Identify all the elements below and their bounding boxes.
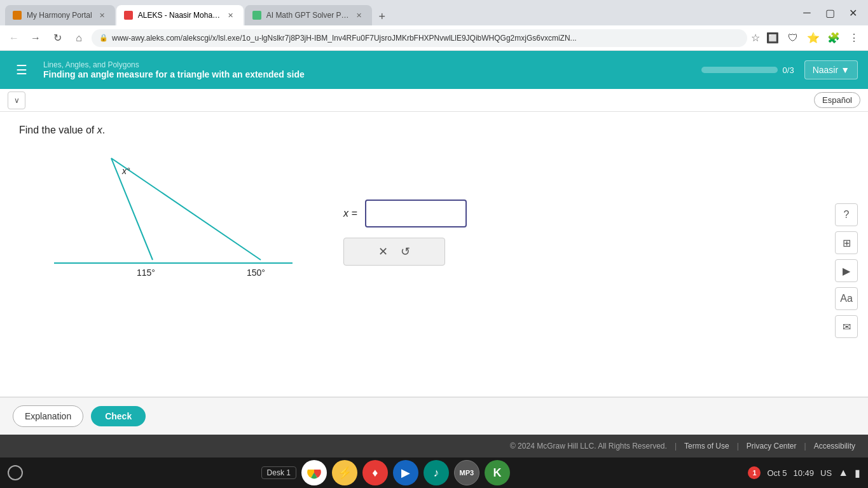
maximize-button[interactable]: ▢ [820, 3, 840, 23]
teal-app-button[interactable]: ♪ [424, 460, 449, 485]
tab-harmony-close[interactable]: ✕ [97, 10, 107, 20]
progress-container: 0/3 [701, 65, 794, 75]
topic-title: Finding an angle measure for a triangle … [43, 69, 305, 79]
header-right: 0/3 Naasir ▼ [701, 60, 858, 79]
security-icon: 🔒 [99, 34, 108, 42]
taskbar: Desk 1 ⚡ ♦ ▶ [0, 458, 868, 488]
music-app-button[interactable]: MP3 [454, 460, 479, 485]
video-tool-button[interactable]: ▶ [835, 259, 858, 282]
question-period: . [102, 125, 105, 135]
check-button[interactable]: Check [91, 406, 146, 426]
aleks-favicon [124, 11, 133, 20]
url-bar[interactable]: 🔒 www-awy.aleks.com/alekscgi/x/lsl.exe/1… [92, 29, 747, 47]
extension-icon-3[interactable]: ⭐ [804, 29, 822, 47]
tab-aleks-label: ALEKS - Naasir Mohamed - Lea... [138, 11, 221, 20]
action-buttons: ✕ ↺ [343, 238, 445, 266]
svg-line-1 [111, 158, 153, 260]
video-icon: ▶ [843, 265, 850, 277]
new-tab-button[interactable]: + [373, 8, 391, 25]
taskbar-time: 10:49 [794, 468, 815, 478]
bookmark-icon[interactable]: ☆ [751, 32, 760, 44]
svg-line-2 [111, 158, 261, 260]
aleks-app: ☰ Lines, Angles, and Polygons Finding an… [0, 51, 868, 458]
tab-bar: My Harmony Portal ✕ ALEKS - Naasir Moham… [0, 0, 868, 25]
home-button[interactable]: ⌂ [70, 29, 88, 47]
reset-button[interactable]: ↺ [401, 245, 410, 259]
espanol-button[interactable]: Español [814, 92, 860, 108]
aleks-header: ☰ Lines, Angles, and Polygons Finding an… [0, 51, 868, 89]
mail-tool-button[interactable]: ✉ [835, 315, 858, 338]
teal-app-icon: ♪ [433, 466, 439, 480]
extension-icon-1[interactable]: 🔲 [764, 29, 782, 47]
browser-menu-icon[interactable]: ⋮ [845, 29, 863, 47]
question-variable: x [97, 125, 102, 135]
taskbar-locale: US [820, 468, 832, 478]
red-app-button[interactable]: ♦ [362, 460, 388, 485]
copyright-text: © 2024 McGraw Hill LLC. All Rights Reser… [510, 442, 667, 451]
back-button[interactable]: ← [5, 29, 23, 47]
toolbar-icons: 🔲 🛡 ⭐ 🧩 ⋮ [764, 29, 863, 47]
calculator-icon: ⊞ [843, 237, 851, 249]
tab-harmony-label: My Harmony Portal [27, 11, 92, 20]
answer-row: x = [343, 200, 467, 227]
blue-app-button[interactable]: ▶ [393, 460, 418, 485]
tab-ai-close[interactable]: ✕ [354, 10, 364, 20]
accessibility-link[interactable]: Accessibility [814, 442, 855, 451]
terms-link[interactable]: Terms of Use [684, 442, 729, 451]
user-menu-button[interactable]: Naasir ▼ [804, 60, 858, 79]
text-size-icon: Aa [840, 293, 853, 304]
tab-ai[interactable]: AI Math GPT Solver Powered b... ✕ [245, 5, 372, 25]
user-name: Naasir [813, 65, 838, 75]
angle2-label: 150° [247, 268, 265, 278]
mail-icon: ✉ [843, 321, 851, 333]
collapse-button[interactable]: ∨ [8, 92, 25, 109]
taskbar-right: 1 Oct 5 10:49 US ▲ ▮ [748, 466, 860, 479]
battery-icon: ▮ [855, 467, 860, 479]
triangle-diagram: x° 115° 150° [19, 149, 293, 288]
privacy-link[interactable]: Privacy Center [747, 442, 797, 451]
taskbar-circle-button[interactable] [8, 465, 23, 480]
tab-ai-label: AI Math GPT Solver Powered b... [266, 11, 349, 20]
angle1-label: 115° [137, 268, 155, 278]
blue-app-icon: ▶ [401, 466, 410, 480]
close-button[interactable]: ✕ [843, 3, 863, 23]
sep2: | [737, 442, 739, 451]
tab-harmony[interactable]: My Harmony Portal ✕ [5, 5, 115, 25]
answer-input[interactable] [365, 200, 467, 227]
chevron-down-icon: ∨ [14, 96, 20, 105]
header-topic: Lines, Angles, and Polygons Finding an a… [43, 60, 305, 79]
user-chevron-icon: ▼ [841, 65, 850, 75]
content-area: ∨ Español Find the value of x. [0, 89, 868, 396]
menu-button[interactable]: ☰ [10, 58, 33, 81]
topic-subtitle: Lines, Angles, and Polygons [43, 60, 305, 69]
calculator-tool-button[interactable]: ⊞ [835, 231, 858, 254]
clear-button[interactable]: ✕ [378, 245, 388, 259]
tab-aleks-close[interactable]: ✕ [226, 10, 236, 20]
text-size-tool-button[interactable]: Aa [835, 287, 858, 310]
explanation-button[interactable]: Explanation [13, 405, 83, 427]
mp3-icon: MP3 [460, 469, 474, 477]
desk-label[interactable]: Desk 1 [261, 466, 296, 479]
reload-button[interactable]: ↻ [48, 29, 66, 47]
question-area: Find the value of x. [0, 112, 868, 396]
question-text: Find the value of x. [19, 125, 849, 136]
yellow-app-button[interactable]: ⚡ [332, 460, 357, 485]
url-text: www-awy.aleks.com/alekscgi/x/lsl.exe/1o_… [112, 34, 577, 43]
question-prefix: Find the value of [19, 125, 97, 135]
extension-icon-4[interactable]: 🧩 [825, 29, 843, 47]
tab-aleks[interactable]: ALEKS - Naasir Mohamed - Lea... ✕ [116, 5, 244, 25]
minimize-button[interactable]: ─ [797, 3, 817, 23]
forward-button[interactable]: → [27, 29, 45, 47]
chrome-app-button[interactable] [301, 460, 327, 485]
k-app-button[interactable]: K [485, 460, 510, 485]
side-tools: ? ⊞ ▶ Aa ✉ [835, 203, 858, 338]
help-tool-button[interactable]: ? [835, 203, 858, 226]
taskbar-apps: Desk 1 ⚡ ♦ ▶ [28, 460, 743, 485]
browser-frame: My Harmony Portal ✕ ALEKS - Naasir Moham… [0, 0, 868, 488]
notification-badge: 1 [748, 466, 761, 479]
input-section: x = ✕ ↺ [343, 200, 467, 266]
collapse-row: ∨ Español [0, 89, 868, 112]
help-icon: ? [844, 209, 850, 220]
extension-icon-2[interactable]: 🛡 [784, 29, 802, 47]
yellow-app-icon: ⚡ [338, 466, 352, 480]
